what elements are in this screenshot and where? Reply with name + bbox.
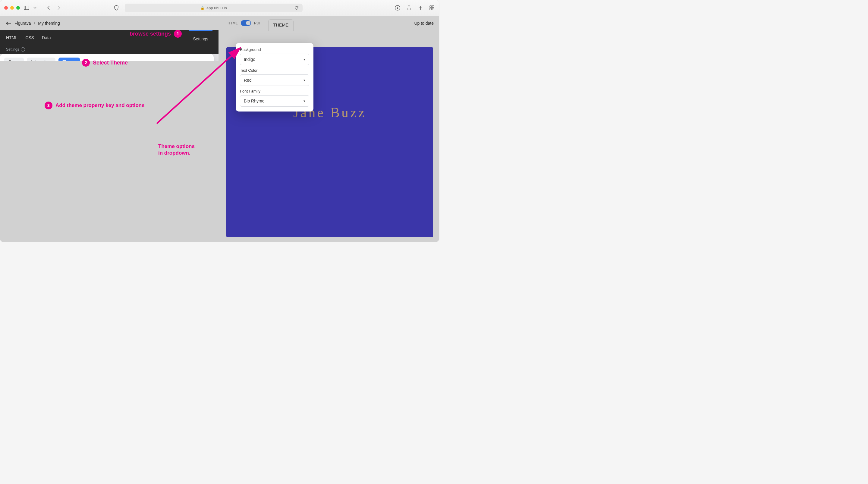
popover-textcolor-select[interactable]: Red ▾ — [240, 74, 309, 86]
svg-rect-4 — [432, 6, 434, 7]
browser-toolbar: 🔒 app.uhuu.io — [0, 0, 439, 16]
address-bar[interactable]: 🔒 app.uhuu.io — [125, 4, 303, 12]
breadcrumb-org[interactable]: Figurava — [14, 21, 31, 26]
maximize-window-icon[interactable] — [16, 6, 20, 10]
save-status: Up to date — [414, 21, 434, 26]
editor-tabs: HTML CSS Data Settings — [0, 30, 218, 45]
tab-settings[interactable]: Settings — [189, 30, 213, 44]
mode-pdf-label[interactable]: PDF — [254, 21, 261, 25]
svg-rect-0 — [24, 6, 29, 10]
annotation-select-theme: 2 Select Theme — [82, 59, 128, 67]
url-text: app.uhuu.io — [207, 6, 227, 10]
chevron-down-icon: ▾ — [304, 58, 305, 61]
tab-html[interactable]: HTML — [6, 35, 18, 40]
chevron-down-icon: ▾ — [304, 99, 305, 103]
downloads-icon[interactable] — [395, 5, 401, 11]
info-icon[interactable]: i — [21, 47, 25, 52]
subheader-label: Settings — [6, 47, 19, 52]
popover-font-select[interactable]: Bio Rhyme ▾ — [240, 95, 309, 107]
annotation-dropdown-caption: Theme options in dropdown. — [158, 143, 195, 156]
settings-tab-integration[interactable]: Integration — [27, 58, 55, 61]
settings-tab-theme[interactable]: Theme — [59, 58, 80, 61]
minimize-window-icon[interactable] — [10, 6, 14, 10]
popover-bg-select[interactable]: Indigo ▾ — [240, 54, 309, 65]
svg-rect-5 — [430, 8, 432, 10]
window-controls — [4, 6, 20, 10]
new-tab-icon[interactable] — [417, 5, 424, 11]
theme-popover-tab[interactable]: Theme — [268, 19, 294, 31]
mode-html-label[interactable]: HTML — [227, 21, 238, 25]
mode-toggle[interactable] — [241, 20, 251, 26]
chevron-down-icon: ▾ — [304, 78, 305, 82]
breadcrumb-project[interactable]: My theming — [38, 21, 60, 26]
annotation-add-key: 3 Add theme property key and options — [44, 101, 145, 110]
lock-icon: 🔒 — [200, 6, 205, 10]
app-header-wrap: Figurava / My theming HTML PDF Theme Up … — [0, 16, 439, 30]
back-to-projects-icon[interactable] — [5, 20, 11, 26]
breadcrumb-separator: / — [34, 21, 35, 26]
tab-css[interactable]: CSS — [25, 35, 34, 40]
reload-icon[interactable] — [293, 5, 300, 11]
popover-bg-label: Background — [240, 47, 309, 52]
popover-font-label: Font Family — [240, 89, 309, 93]
svg-rect-6 — [432, 8, 434, 10]
tab-overview-icon[interactable] — [429, 5, 435, 11]
back-icon[interactable] — [46, 5, 52, 11]
sidebar-toggle-icon[interactable] — [24, 5, 30, 11]
annotation-browse-settings: browse settings 1 — [130, 30, 182, 38]
tab-data[interactable]: Data — [42, 35, 51, 40]
settings-tab-paper[interactable]: Paper — [4, 58, 24, 61]
share-icon[interactable] — [406, 5, 412, 11]
close-window-icon[interactable] — [4, 6, 8, 10]
svg-rect-3 — [430, 6, 432, 7]
theme-popover: Background Indigo ▾ Text Color Red ▾ Fon… — [236, 43, 313, 112]
forward-icon[interactable] — [56, 5, 61, 11]
editor-subheader: Settings i — [0, 45, 218, 54]
chevron-down-icon[interactable] — [33, 5, 37, 11]
popover-textcolor-label: Text Color — [240, 68, 309, 72]
shield-icon[interactable] — [113, 5, 119, 11]
